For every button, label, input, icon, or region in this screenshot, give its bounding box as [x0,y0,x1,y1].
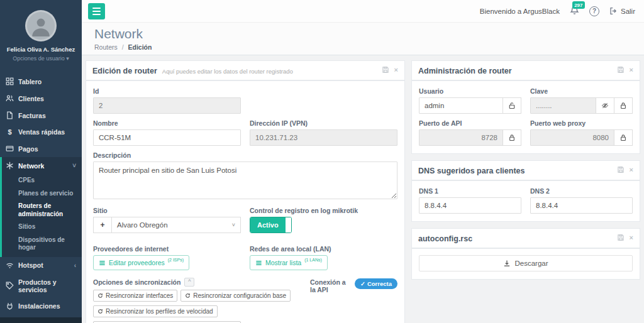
lan-count: (1 LANs) [304,258,322,262]
close-icon[interactable]: × [630,234,633,241]
show-password-button[interactable] [596,97,614,114]
users-icon [6,94,14,102]
site-label: Sitio [93,207,241,214]
sign-out-icon [609,7,618,15]
sidebar-item-clientes[interactable]: Clientes [0,90,82,107]
chevron-down-icon: ˅ [232,222,235,228]
download-button[interactable]: Descargar [419,255,633,271]
list-icon [99,260,106,266]
dns1-label: DNS 1 [419,187,521,195]
list-icon [255,260,262,266]
save-icon[interactable] [617,234,625,241]
proxy-port-field [530,129,614,146]
sidebar-footer [0,317,82,323]
log-control-label: Control de registro en log mikrotik [250,207,397,214]
breadcrumb-separator: / [122,43,124,51]
help-button[interactable]: ? [589,6,599,16]
show-lan-list-button[interactable]: Mostrar lista (1 LANs) [250,255,328,270]
welcome-text: Bienvenido a ArgusBlack [480,8,560,15]
breadcrumb-current: Edición [128,43,152,51]
plug-icon [6,302,14,310]
admin-router-title: Administración de router [418,67,512,75]
name-label: Nombre [93,119,241,127]
sidebar-item-instalaciones[interactable]: Instalaciones [0,298,82,315]
chevron-up-icon: ^ [188,278,191,285]
sidebar: Felicia Oliva A. Sánchez Opciones de usu… [0,0,82,323]
breadcrumb-routers[interactable]: Routers [94,43,118,51]
sidebar-item-hotspot[interactable]: Hotspot ‹ [0,257,82,274]
notifications-button[interactable]: 297 [570,6,579,16]
site-select[interactable]: Alvaro Obregón ˅ [111,217,241,233]
sidebar-item-sitios[interactable]: Sitios [2,221,82,234]
save-icon[interactable] [617,66,625,74]
page-title: Network [94,26,644,41]
description-field[interactable]: Router principal en sitio de San Luis Po… [93,162,397,199]
resync-interfaces-button[interactable]: Resincronizar interfaces [93,290,177,302]
name-field[interactable] [93,129,241,146]
sidebar-item-routers-de-administracion[interactable]: Routers de administración [2,200,82,221]
wifi-icon [6,261,14,270]
dollar-icon: $ [6,128,14,136]
edit-router-subtitle: Aquí puedes editar los datos del router … [162,68,293,75]
unlock-button[interactable] [502,97,521,114]
router-user-field[interactable] [419,97,503,114]
sidebar-item-dispositivos-de-hogar[interactable]: Dispositivos de hogar [2,234,82,257]
autoconfig-card: autoconfig.rsc × Descargar [411,228,640,280]
user-profile: Felicia Oliva A. Sánchez Opciones de usu… [0,0,82,67]
isp-label: Proveedores de internet [93,245,241,253]
dns2-field[interactable] [530,197,633,214]
dashboard-icon [6,77,14,85]
lock-button[interactable] [614,97,633,114]
lock-icon [619,102,627,109]
lock-button[interactable] [502,129,521,146]
sidebar-menu: Tablero Clientes Facturas $ Ventas rápid… [0,73,82,323]
lock-button[interactable] [614,129,633,146]
unlock-icon [508,102,516,109]
save-icon[interactable] [617,166,625,173]
user-label: Usuario [419,87,521,95]
logout-button[interactable]: Salir [609,7,635,15]
save-icon[interactable] [382,66,389,74]
sidebar-item-planes-de-servicio[interactable]: Planes de servicio [2,187,82,200]
person-icon [30,15,52,36]
proxy-port-label: Puerto web proxy [530,119,633,127]
lan-label: Redes de area local (LAN) [250,245,397,253]
sidebar-item-tablero[interactable]: Tablero [0,73,82,90]
dns1-field[interactable] [419,197,521,214]
sidebar-item-pagos[interactable]: Pagos [0,140,82,157]
main-content: Edición de router Aquí puedes editar los… [82,55,644,323]
notifications-badge: 297 [572,1,585,9]
credit-card-icon [6,145,14,153]
edit-isp-button[interactable]: Editar proveedores (2 ISPs) [93,255,189,270]
sidebar-item-cpes[interactable]: CPEs [2,174,82,187]
dns-title: DNS sugeridos para clientes [418,167,525,175]
close-icon[interactable]: × [630,167,633,173]
page-head: Network Routers / Edición [82,23,644,55]
sidebar-item-ventas-rapidas[interactable]: $ Ventas rápidas [0,124,82,140]
eye-slash-icon [601,102,609,109]
id-label: Id [93,87,397,95]
id-field [93,97,241,114]
close-icon[interactable]: × [630,67,633,74]
user-options-menu[interactable]: Opciones de usuario ▾ [4,55,78,62]
sidebar-item-facturas[interactable]: Facturas [0,107,82,124]
refresh-icon [185,293,191,298]
close-icon[interactable]: × [394,67,398,74]
resync-base-config-button[interactable]: Resincronizar configuración base [180,290,291,302]
sidebar-item-productos-y-servicios[interactable]: Productos y servicios [0,274,82,298]
description-label: Descripción [93,151,397,159]
toggle-handle [286,217,291,233]
password-label: Clave [530,87,633,95]
dns2-label: DNS 2 [530,187,633,195]
log-toggle[interactable]: Activo [250,217,292,233]
plus-icon: + [100,221,104,229]
admin-router-card: Administración de router × Usuario [411,60,640,154]
menu-toggle-button[interactable] [88,3,105,19]
caret-down-icon: ▾ [66,55,69,62]
sidebar-item-network[interactable]: Network ˅ [2,157,82,174]
add-site-button[interactable]: + [93,217,112,233]
resync-speed-profiles-button[interactable]: Resincronizar los perfiles de velocidad [93,305,218,317]
top-navbar: Bienvenido a ArgusBlack 297 ? Salir [82,0,644,23]
collapse-sync-button[interactable]: ^ [184,278,194,287]
api-port-field [419,129,503,146]
